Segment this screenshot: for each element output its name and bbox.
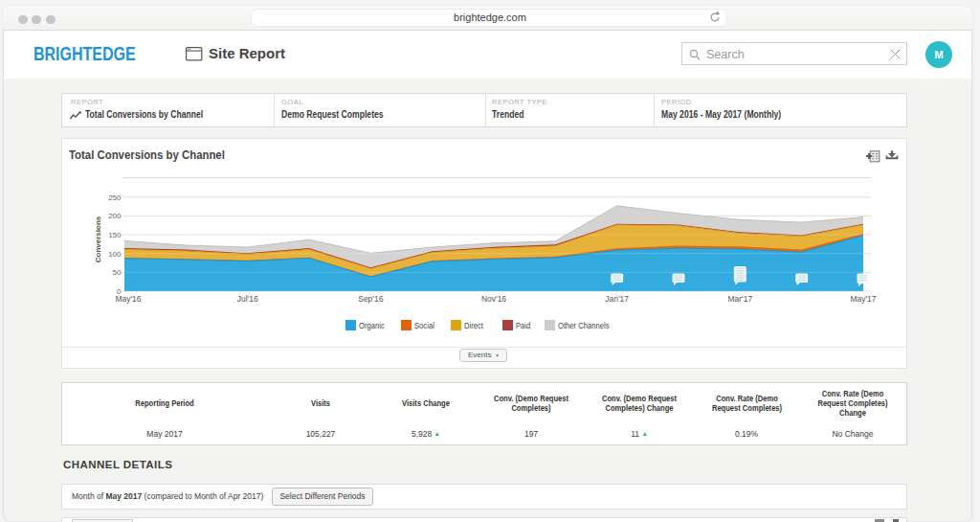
svg-text:Mar'17: Mar'17 bbox=[727, 294, 752, 304]
svg-text:200: 200 bbox=[108, 212, 122, 220]
svg-text:Nov'16: Nov'16 bbox=[481, 294, 506, 304]
svg-text:Sep'16: Sep'16 bbox=[358, 294, 383, 304]
svg-text:150: 150 bbox=[108, 231, 122, 239]
svg-text:100: 100 bbox=[108, 250, 122, 259]
svg-text:Jul'16: Jul'16 bbox=[237, 294, 258, 304]
svg-text:Jan'17: Jan'17 bbox=[605, 294, 629, 304]
svg-text:May'17: May'17 bbox=[850, 294, 876, 304]
svg-text:50: 50 bbox=[113, 268, 122, 277]
svg-text:250: 250 bbox=[108, 193, 122, 202]
svg-text:May'16: May'16 bbox=[115, 294, 141, 304]
